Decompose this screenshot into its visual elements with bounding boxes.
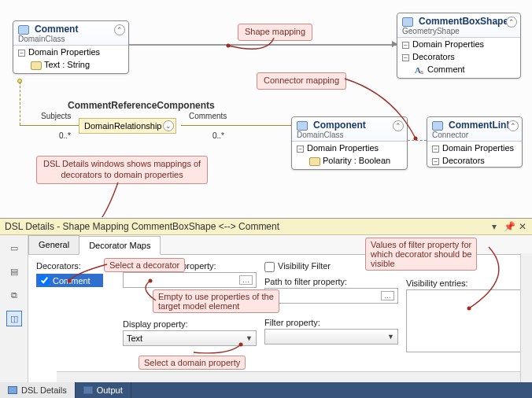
sidebar-btn-4[interactable]: ◫ <box>6 311 22 326</box>
display-property-value: Text <box>127 334 142 343</box>
decorator-text: Comment <box>427 64 465 74</box>
collapse-icon[interactable]: ⌃ <box>506 17 517 28</box>
filter-prop-label: Filter property: <box>264 318 402 327</box>
role-left: Subjects <box>41 112 71 120</box>
relationship-type: DomainRelationship <box>84 121 161 131</box>
property-icon <box>309 157 320 166</box>
tab-decorator-maps[interactable]: Decorator Maps <box>79 236 161 255</box>
node-title: CommentBoxShape <box>419 16 508 27</box>
section-label: Domain Properties <box>28 47 100 57</box>
node-commentboxshape[interactable]: CommentBoxShape ⌃ GeometryShape −Domain … <box>397 13 521 79</box>
tab-dsl-details[interactable]: DSL Details <box>0 382 76 398</box>
rel-left-line <box>20 125 79 126</box>
visibility-filter-checkbox[interactable] <box>264 262 275 272</box>
node-subtitle: Connector <box>432 131 517 139</box>
expand-icon[interactable]: − <box>432 158 439 165</box>
visibility-entries-list[interactable] <box>406 289 524 352</box>
callout-shape-mapping: Shape mapping <box>238 24 312 41</box>
tab-label: DSL Details <box>21 385 67 395</box>
node-title: Component <box>313 120 366 131</box>
role-right: Comments <box>189 112 227 120</box>
collapse-icon[interactable]: ⌃ <box>114 24 125 35</box>
path-filter-label: Path to filter property: <box>264 277 402 286</box>
section-label: Domain Properties <box>442 143 514 153</box>
node-commentlink[interactable]: CommentLink ⌃ Connector −Domain Properti… <box>427 116 523 168</box>
section-label: Domain Properties <box>307 143 379 153</box>
visibility-filter-label: Visibility Filter <box>278 261 331 271</box>
mult-right: 0..* <box>212 131 224 140</box>
property-icon <box>31 61 42 70</box>
sidebar-btn-1[interactable]: ▭ <box>6 240 22 256</box>
details-title-bar: DSL Details - Shape Mapping CommentBoxSh… <box>0 219 532 235</box>
node-subtitle: GeometryShape <box>402 27 515 35</box>
relationship-name: CommentReferenceComponents <box>68 100 215 111</box>
shape-mapping-line <box>129 44 397 46</box>
callout-select-domain: Select a domain property <box>139 356 246 370</box>
close-icon[interactable]: ✕ <box>518 221 527 232</box>
tab-label: Output <box>97 385 123 395</box>
expand-icon[interactable]: − <box>402 42 409 49</box>
node-comment[interactable]: Comment ⌃ DomainClass −Domain Properties… <box>13 20 129 74</box>
visibility-entries-label: Visibility entries: <box>406 278 528 288</box>
scrollbar-vertical[interactable] <box>520 253 532 383</box>
filter-property-select[interactable]: ▼ <box>264 329 398 345</box>
expand-icon[interactable]: − <box>297 146 304 153</box>
dsl-details-panel: DSL Details - Shape Mapping CommentBoxSh… <box>0 218 532 382</box>
section-label: Decorators <box>442 156 485 165</box>
expand-icon[interactable]: − <box>402 54 409 61</box>
expand-icon[interactable]: − <box>18 50 25 57</box>
arrow-icon <box>392 41 397 47</box>
property-text: Text : String <box>44 60 90 69</box>
connector-mapping-line <box>408 140 427 141</box>
node-title: Comment <box>35 24 78 35</box>
tab-icon <box>83 386 93 394</box>
node-subtitle: DomainClass <box>297 131 402 139</box>
callout-select-decorator: Select a decorator <box>104 258 185 272</box>
chevron-down-icon: ▼ <box>246 334 253 342</box>
decorator-list-item[interactable]: Comment <box>36 274 103 287</box>
pin-icon[interactable]: 📌 <box>504 221 513 232</box>
sidebar-btn-3[interactable]: ⧉ <box>6 287 22 303</box>
collapse-icon[interactable]: ⌃ <box>508 120 519 131</box>
node-subtitle: DomainClass <box>18 35 124 43</box>
rel-leader <box>20 82 20 125</box>
class-icon <box>18 25 29 35</box>
callout-vis-values: Values of filter property for which deco… <box>365 238 477 271</box>
node-domainrelationship[interactable]: DomainRelationship ⌄ <box>79 118 176 134</box>
class-icon <box>297 121 308 131</box>
sidebar-btn-2[interactable]: ▤ <box>6 263 22 279</box>
section-label: Domain Properties <box>412 39 484 49</box>
ellipsis-icon[interactable]: … <box>239 275 253 285</box>
connector-icon <box>432 121 443 131</box>
chevron-down-icon: ▼ <box>387 333 394 341</box>
mult-left: 0..* <box>59 131 71 140</box>
svg-text:a: a <box>420 69 423 75</box>
rel-right-line <box>181 125 291 126</box>
callout-connector-mapping: Connector mapping <box>257 72 346 90</box>
property-text: Polarity : Boolean <box>323 156 390 165</box>
callout-empty-path: Empty to use properties of the target mo… <box>153 289 279 313</box>
details-side-toolbar: ▭ ▤ ⧉ ◫ <box>0 235 28 383</box>
display-prop-label: Display property: <box>123 319 260 329</box>
section-label: Decorators <box>412 52 455 61</box>
node-component[interactable]: Component ⌃ DomainClass −Domain Properti… <box>291 116 408 170</box>
ellipsis-icon[interactable]: … <box>381 291 394 300</box>
decorator-a-icon: Aa <box>415 65 425 75</box>
expand-icon[interactable]: − <box>432 146 439 153</box>
bottom-tab-bar: DSL Details Output <box>0 382 532 398</box>
callout-dsl-details: DSL Details windows shows mappings of de… <box>36 156 208 184</box>
shape-icon <box>402 17 413 27</box>
collapse-icon[interactable]: ⌄ <box>163 120 174 131</box>
node-title: CommentLink <box>449 120 512 131</box>
path-filter-field[interactable]: … <box>264 288 398 304</box>
window-menu-icon[interactable]: ▾ <box>490 221 499 232</box>
path-display-field[interactable]: … <box>123 272 257 288</box>
decorator-checkbox[interactable] <box>39 275 50 286</box>
collapse-icon[interactable]: ⌃ <box>393 120 404 131</box>
tab-general[interactable]: General <box>28 235 79 254</box>
tab-icon <box>8 386 17 394</box>
details-title-text: DSL Details - Shape Mapping CommentBoxSh… <box>5 221 279 232</box>
tab-output[interactable]: Output <box>76 382 131 398</box>
display-property-select[interactable]: Text ▼ <box>123 330 257 346</box>
scrollbar-horizontal[interactable] <box>57 371 520 383</box>
